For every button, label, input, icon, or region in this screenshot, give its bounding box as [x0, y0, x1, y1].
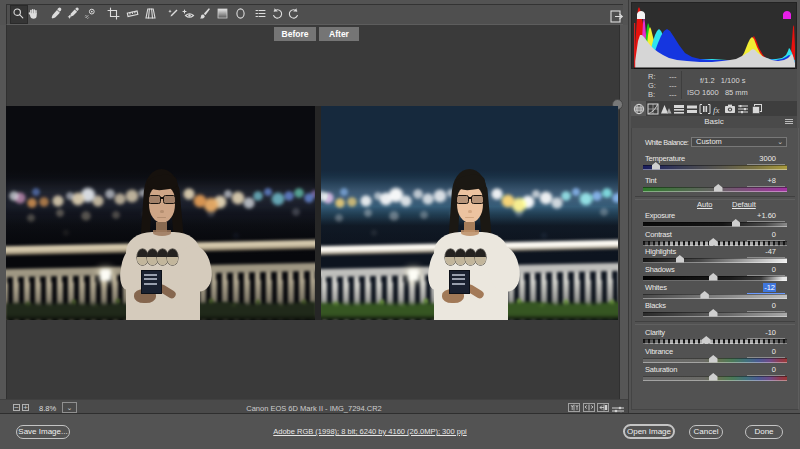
svg-text:fx: fx — [713, 104, 720, 114]
